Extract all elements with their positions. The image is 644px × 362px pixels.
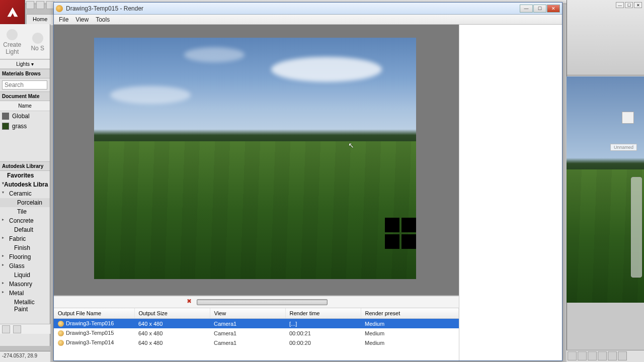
render-icon bbox=[58, 330, 64, 336]
status-button[interactable] bbox=[588, 351, 597, 360]
material-swatch-icon bbox=[2, 123, 9, 130]
status-button[interactable] bbox=[618, 351, 627, 360]
tree-favorites[interactable]: Favorites bbox=[0, 171, 50, 180]
qat-button[interactable] bbox=[26, 1, 34, 9]
search-input[interactable] bbox=[2, 80, 47, 89]
tree-tile[interactable]: Tile bbox=[0, 207, 50, 216]
lightbulb-icon bbox=[7, 29, 18, 40]
name-column-header[interactable]: Name bbox=[0, 101, 50, 111]
tree-metallic-paint[interactable]: Metallic Paint bbox=[0, 298, 50, 314]
tree-glass[interactable]: Glass bbox=[0, 261, 50, 270]
progress-bar bbox=[197, 299, 328, 305]
secondary-viewport: — ☐ ✕ Unnamed bbox=[567, 0, 644, 362]
status-button[interactable] bbox=[598, 351, 607, 360]
render-menu-bar: File View Tools bbox=[54, 15, 562, 25]
menu-view[interactable]: View bbox=[75, 16, 89, 23]
lights-dropdown[interactable]: Lights ▾ bbox=[0, 59, 50, 69]
minimize-button[interactable]: — bbox=[616, 2, 624, 8]
grass-field bbox=[94, 141, 416, 279]
render-info-panel bbox=[459, 25, 562, 360]
rendered-image: ↖ bbox=[94, 38, 416, 279]
cancel-render-button[interactable] bbox=[186, 298, 194, 306]
menu-tools[interactable]: Tools bbox=[96, 16, 110, 23]
status-button[interactable] bbox=[608, 351, 617, 360]
render-bucket-overlay bbox=[385, 218, 416, 249]
view-label[interactable]: Unnamed bbox=[610, 144, 637, 151]
tree-porcelain[interactable]: Porcelain bbox=[0, 198, 50, 207]
minimize-button[interactable]: — bbox=[520, 5, 533, 13]
status-bar bbox=[567, 350, 644, 362]
cloud bbox=[110, 86, 191, 104]
viewport-header: — ☐ ✕ bbox=[567, 0, 644, 75]
close-button[interactable]: ✕ bbox=[634, 2, 642, 8]
tree-finish[interactable]: Finish bbox=[0, 243, 50, 252]
render-window: Drawing3-Temp015 - Render — ☐ ✕ File Vie… bbox=[53, 2, 562, 361]
col-view[interactable]: View bbox=[210, 308, 285, 319]
material-name: grass bbox=[12, 123, 27, 130]
material-swatch-icon bbox=[2, 113, 9, 120]
viewport-canvas[interactable]: Unnamed bbox=[567, 76, 644, 303]
render-window-titlebar[interactable]: Drawing3-Temp015 - Render — ☐ ✕ bbox=[54, 3, 562, 15]
render-canvas[interactable]: ↖ bbox=[54, 25, 459, 295]
material-row-global[interactable]: Global bbox=[0, 111, 50, 121]
library-tree: Favorites Autodesk Libra Ceramic Porcela… bbox=[0, 171, 50, 314]
panel-footer bbox=[0, 324, 50, 334]
tree-metal[interactable]: Metal bbox=[0, 289, 50, 298]
qat-button[interactable] bbox=[36, 1, 44, 9]
status-button[interactable] bbox=[568, 351, 577, 360]
col-output-file[interactable]: Output File Name bbox=[54, 308, 134, 319]
lights-panel: Create Light No S bbox=[0, 24, 50, 59]
col-render-time[interactable]: Render time bbox=[285, 308, 361, 319]
tree-ceramic[interactable]: Ceramic bbox=[0, 189, 50, 198]
document-materials-title: Document Mate bbox=[0, 92, 50, 101]
tree-concrete[interactable]: Concrete bbox=[0, 216, 50, 225]
col-output-size[interactable]: Output Size bbox=[134, 308, 210, 319]
sun-icon bbox=[32, 33, 43, 44]
footer-button[interactable] bbox=[13, 325, 21, 333]
menu-file[interactable]: File bbox=[59, 16, 68, 23]
tree-default[interactable]: Default bbox=[0, 225, 50, 234]
tree-fabric[interactable]: Fabric bbox=[0, 234, 50, 243]
history-row[interactable]: Drawing3-Temp016640 x 480Camera1[...]Med… bbox=[54, 319, 459, 329]
navigation-bar[interactable] bbox=[631, 177, 642, 278]
render-icon bbox=[58, 340, 64, 346]
history-row[interactable]: Drawing3-Temp014640 x 480Camera100:00:20… bbox=[54, 338, 459, 347]
render-history-pane: Output File Name Output Size View Render… bbox=[54, 295, 459, 360]
col-render-preset[interactable]: Render preset bbox=[361, 308, 459, 319]
close-button[interactable]: ✕ bbox=[547, 5, 560, 13]
render-icon bbox=[56, 5, 63, 12]
maximize-button[interactable]: ☐ bbox=[625, 2, 633, 8]
history-row[interactable]: Drawing3-Temp015640 x 480Camera100:00:21… bbox=[54, 328, 459, 338]
render-window-title: Drawing3-Temp015 - Render bbox=[66, 5, 520, 12]
material-row-grass[interactable]: grass bbox=[0, 121, 50, 131]
no-sun-button[interactable]: No S bbox=[27, 32, 48, 52]
tree-flooring[interactable]: Flooring bbox=[0, 252, 50, 261]
tree-masonry[interactable]: Masonry bbox=[0, 280, 50, 289]
render-history-table[interactable]: Output File Name Output Size View Render… bbox=[54, 308, 459, 360]
maximize-button[interactable]: ☐ bbox=[533, 5, 546, 13]
viewcube[interactable] bbox=[622, 112, 634, 124]
tree-autodesk-library[interactable]: Autodesk Libra bbox=[0, 180, 50, 189]
quick-access-toolbar bbox=[26, 1, 54, 11]
create-light-button[interactable]: Create Light bbox=[2, 28, 23, 55]
footer-button[interactable] bbox=[2, 325, 10, 333]
app-logo[interactable] bbox=[0, 0, 25, 24]
tree-liquid[interactable]: Liquid bbox=[0, 270, 50, 280]
render-progress-row bbox=[54, 296, 459, 308]
material-name: Global bbox=[12, 113, 30, 120]
status-button[interactable] bbox=[578, 351, 587, 360]
left-panel: Create Light No S Lights ▾ Materials Bro… bbox=[0, 24, 50, 346]
ribbon-tab-home[interactable]: Home bbox=[26, 14, 54, 25]
materials-browser-title: Materials Brows bbox=[0, 69, 50, 78]
autodesk-library-title: Autodesk Library bbox=[0, 161, 50, 171]
cursor-icon: ↖ bbox=[348, 141, 354, 149]
coordinate-readout: -274.0537, 28.9 bbox=[0, 351, 50, 362]
render-icon bbox=[58, 321, 64, 327]
